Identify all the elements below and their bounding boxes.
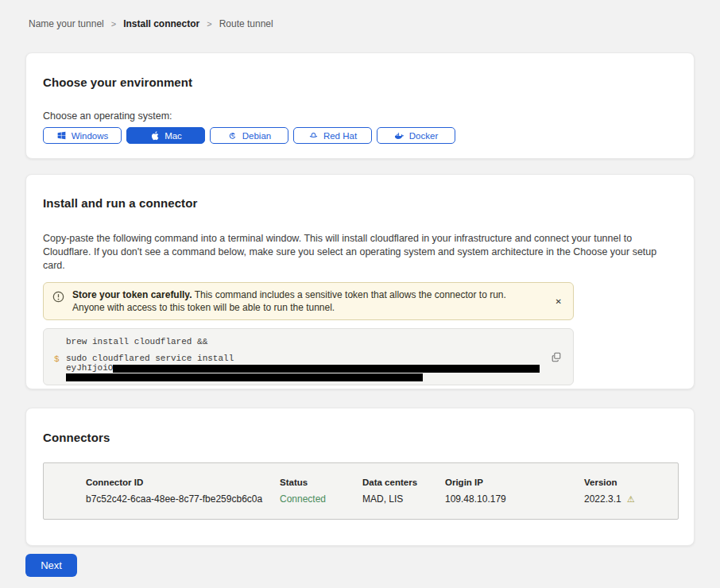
- os-button-windows[interactable]: Windows: [43, 127, 122, 144]
- os-button-docker[interactable]: Docker: [377, 127, 455, 144]
- os-button-label: Red Hat: [323, 131, 357, 141]
- version-warning-icon: ⚠: [627, 494, 635, 504]
- os-button-label: Docker: [409, 131, 438, 141]
- origin-ip-cell: 109.48.10.179: [445, 493, 584, 505]
- environment-card-title: Choose your environment: [43, 75, 677, 89]
- breadcrumb: Name your tunnel > Install connector > R…: [29, 18, 273, 29]
- docker-whale-icon: [394, 130, 405, 141]
- installer-card: Install and run a connector Copy-paste t…: [25, 174, 695, 389]
- code-line-brew: brew install cloudflared &&: [66, 338, 562, 346]
- version-cell: 2022.3.1 ⚠: [584, 493, 678, 505]
- shell-prompt: $: [54, 354, 60, 364]
- os-button-debian[interactable]: Debian: [210, 127, 288, 144]
- breadcrumb-step-name-your-tunnel[interactable]: Name your tunnel: [29, 18, 104, 29]
- warning-text: Store your token carefully. This command…: [72, 288, 552, 314]
- redhat-fedora-icon: [308, 130, 319, 141]
- installer-description: Copy-paste the following command into a …: [43, 232, 677, 273]
- apple-logo-icon: [149, 130, 160, 141]
- redacted-token-bar-1: [113, 365, 540, 373]
- code-line-sudo: sudo cloudflared service install: [66, 354, 562, 363]
- column-header-data-centers: Data centers: [362, 478, 445, 487]
- warning-title: Store your token carefully.: [72, 289, 192, 300]
- connectors-card-title: Connectors: [43, 431, 677, 444]
- installer-card-title: Install and run a connector: [43, 196, 677, 210]
- breadcrumb-step-route-tunnel[interactable]: Route tunnel: [219, 18, 273, 29]
- breadcrumb-step-install-connector[interactable]: Install connector: [123, 18, 199, 29]
- token-prefix: eyJhIjoiO: [66, 364, 113, 373]
- os-button-row: Windows Mac Debian Red Hat: [43, 127, 677, 144]
- redacted-token-bar-2: [66, 373, 423, 381]
- breadcrumb-separator: >: [111, 19, 116, 29]
- column-header-status: Status: [280, 478, 362, 487]
- next-button[interactable]: Next: [25, 554, 77, 577]
- token-warning-banner: Store your token carefully. This command…: [43, 282, 574, 320]
- environment-card: Choose your environment Choose an operat…: [25, 52, 695, 159]
- os-button-mac[interactable]: Mac: [126, 127, 205, 144]
- token-line: eyJhIjoiO: [66, 364, 562, 373]
- os-button-redhat[interactable]: Red Hat: [293, 127, 372, 144]
- connectors-table: Connector ID Status Data centers Origin …: [43, 462, 679, 520]
- column-header-connector-id: Connector ID: [86, 478, 280, 487]
- install-command-code-block: $ brew install cloudflared && sudo cloud…: [43, 328, 574, 385]
- connectors-card: Connectors Connector ID Status Data cent…: [25, 408, 695, 546]
- data-centers-cell: MAD, LIS: [362, 493, 445, 505]
- os-select-label: Choose an operating system:: [43, 110, 677, 122]
- column-header-origin-ip: Origin IP: [445, 478, 584, 487]
- banner-close-button[interactable]: ✕: [552, 295, 565, 309]
- close-icon: ✕: [555, 297, 562, 306]
- os-button-label: Mac: [165, 131, 182, 141]
- copy-command-button[interactable]: [549, 350, 563, 366]
- os-button-label: Windows: [72, 131, 109, 141]
- warning-circle-icon: [52, 291, 64, 303]
- os-button-label: Debian: [242, 131, 271, 141]
- table-row: b7c52c42-6caa-48ee-8c77-fbe259cb6c0a Con…: [86, 493, 678, 505]
- status-cell: Connected: [280, 493, 362, 505]
- debian-swirl-icon: [227, 130, 238, 141]
- connector-id-cell: b7c52c42-6caa-48ee-8c77-fbe259cb6c0a: [86, 493, 280, 505]
- windows-logo-icon: [56, 130, 67, 141]
- table-header-row: Connector ID Status Data centers Origin …: [86, 478, 678, 487]
- column-header-version: Version: [584, 478, 678, 487]
- version-value: 2022.3.1: [584, 493, 621, 505]
- breadcrumb-separator: >: [207, 19, 211, 29]
- copy-icon: [551, 351, 562, 362]
